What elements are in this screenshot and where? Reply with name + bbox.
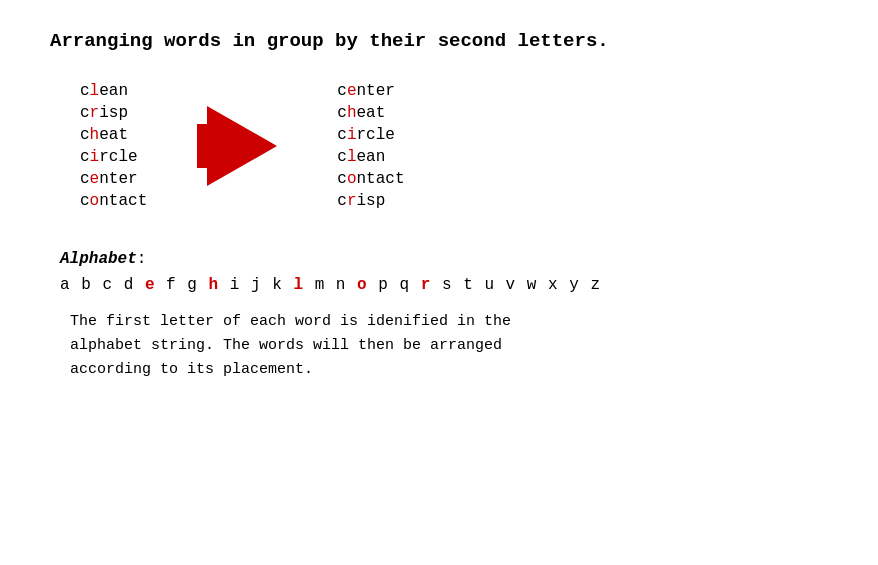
list-item: clean (80, 82, 147, 100)
normal-letter: r (99, 148, 109, 166)
normal-letter: t (366, 82, 376, 100)
normal-letter: a (109, 126, 119, 144)
alphabet-letter: i (230, 276, 241, 294)
alphabet-letter: m (315, 276, 326, 294)
normal-letter: c (80, 148, 90, 166)
highlighted-letter: e (347, 82, 357, 100)
highlighted-letter: i (90, 148, 100, 166)
normal-letter: e (99, 82, 109, 100)
normal-letter: c (337, 148, 347, 166)
list-item: center (80, 170, 147, 188)
alphabet-title: Alphabet: (60, 250, 828, 268)
list-item: cheat (80, 126, 147, 144)
normal-letter: c (80, 170, 90, 188)
normal-letter: c (109, 148, 119, 166)
highlighted-letter: o (90, 192, 100, 210)
alphabet-letter: l (293, 276, 304, 294)
normal-letter: a (366, 104, 376, 122)
normal-letter: i (99, 104, 109, 122)
normal-letter: l (118, 148, 128, 166)
alphabet-row: a b c d e f g h i j k l m n o p q r s t … (60, 276, 828, 294)
normal-letter: n (356, 82, 366, 100)
alphabet-letter: c (102, 276, 113, 294)
normal-letter: e (385, 126, 395, 144)
normal-letter: s (109, 104, 119, 122)
normal-letter: p (376, 192, 386, 210)
alphabet-letter: e (145, 276, 156, 294)
normal-letter: c (128, 192, 138, 210)
normal-letter: e (376, 82, 386, 100)
normal-letter: e (356, 104, 366, 122)
normal-letter: c (366, 126, 376, 144)
normal-letter: c (337, 126, 347, 144)
normal-letter: i (356, 192, 366, 210)
normal-letter: c (80, 126, 90, 144)
normal-letter: c (80, 192, 90, 210)
normal-letter: n (99, 170, 109, 188)
normal-letter: c (385, 170, 395, 188)
highlighted-letter: l (90, 82, 100, 100)
alphabet-letter: r (421, 276, 432, 294)
normal-letter: t (109, 192, 119, 210)
normal-letter: r (385, 82, 395, 100)
normal-letter: c (337, 82, 347, 100)
highlighted-letter: r (347, 192, 357, 210)
alphabet-letter: w (527, 276, 538, 294)
list-item: circle (337, 126, 404, 144)
list-item: crisp (80, 104, 147, 122)
alphabet-section: Alphabet: a b c d e f g h i j k l m n o … (60, 250, 828, 382)
alphabet-title-suffix: : (137, 250, 147, 268)
words-comparison: cleancrispcheatcirclecentercontact cente… (80, 82, 828, 210)
normal-letter: t (395, 170, 405, 188)
highlighted-letter: o (347, 170, 357, 188)
alphabet-letter: o (357, 276, 368, 294)
alphabet-letter: f (166, 276, 177, 294)
alphabet-letter: g (187, 276, 198, 294)
normal-letter: a (366, 148, 376, 166)
list-item: crisp (337, 192, 404, 210)
normal-letter: t (109, 170, 119, 188)
alphabet-letter: b (81, 276, 92, 294)
list-item: clean (337, 148, 404, 166)
list-item: contact (337, 170, 404, 188)
list-item: contact (80, 192, 147, 210)
alphabet-letter: k (272, 276, 283, 294)
normal-letter: n (376, 148, 386, 166)
alphabet-letter: h (209, 276, 220, 294)
highlighted-letter: i (347, 126, 357, 144)
alphabet-letter: u (484, 276, 495, 294)
alphabet-letter: a (60, 276, 71, 294)
normal-letter: n (356, 170, 366, 188)
alphabet-letter: n (336, 276, 347, 294)
words-right-list: centercheatcirclecleancontactcrisp (337, 82, 404, 210)
normal-letter: c (337, 170, 347, 188)
arrow-container (207, 106, 277, 186)
normal-letter: t (376, 104, 386, 122)
alphabet-letter: j (251, 276, 262, 294)
normal-letter: r (128, 170, 138, 188)
list-item: center (337, 82, 404, 100)
normal-letter: t (366, 170, 376, 188)
normal-letter: s (366, 192, 376, 210)
normal-letter: n (118, 82, 128, 100)
normal-letter: r (356, 126, 366, 144)
highlighted-letter: e (90, 170, 100, 188)
normal-letter: e (128, 148, 138, 166)
highlighted-letter: l (347, 148, 357, 166)
normal-letter: n (99, 192, 109, 210)
alphabet-letter: z (590, 276, 601, 294)
alphabet-letter: q (400, 276, 411, 294)
alphabet-letter: t (463, 276, 474, 294)
list-item: cheat (337, 104, 404, 122)
right-arrow-icon (207, 106, 277, 186)
highlighted-letter: h (347, 104, 357, 122)
page-title: Arranging words in group by their second… (50, 30, 828, 52)
alphabet-title-italic: Alphabet (60, 250, 137, 268)
normal-letter: t (138, 192, 148, 210)
normal-letter: a (376, 170, 386, 188)
alphabet-letter: d (124, 276, 135, 294)
alphabet-letter: x (548, 276, 559, 294)
normal-letter: t (118, 126, 128, 144)
normal-letter: p (118, 104, 128, 122)
alphabet-letter: y (569, 276, 580, 294)
